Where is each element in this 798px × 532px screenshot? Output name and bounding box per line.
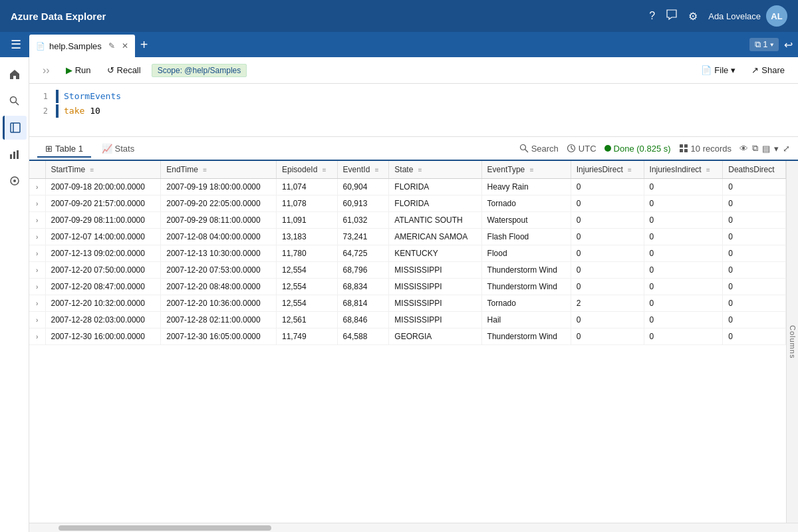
recall-icon: ↺ bbox=[107, 65, 114, 75]
tab-edit-icon[interactable]: ✎ bbox=[108, 41, 115, 51]
cell-eventtype: Heavy Rain bbox=[481, 179, 571, 196]
cell-injuriesindirect: 0 bbox=[644, 329, 723, 345]
cell-injuriesindirect: 0 bbox=[644, 245, 723, 262]
editor[interactable]: 1 StormEvents 2 take 10 bbox=[29, 84, 798, 137]
result-tab-table[interactable]: ⊞ Table 1 bbox=[37, 141, 91, 158]
cell-injuriesdirect: 0 bbox=[571, 212, 644, 229]
col-injuriesindirect[interactable]: InjuriesIndirect ≡ bbox=[644, 161, 723, 179]
table-header-row: StartTime ≡ EndTime ≡ EpisodeId ≡ EventI… bbox=[29, 161, 786, 179]
code-line-2: take 10 bbox=[64, 104, 100, 118]
share-button[interactable]: ↗ Share bbox=[746, 63, 790, 78]
expand-button[interactable]: ›› bbox=[37, 62, 55, 79]
more-icon[interactable]: ▾ bbox=[774, 144, 779, 154]
cell-starttime: 2007-12-20 08:47:00.0000 bbox=[45, 279, 161, 295]
expand-cell[interactable]: › bbox=[29, 245, 45, 262]
share-icon: ↗ bbox=[751, 65, 759, 75]
expand-cell[interactable]: › bbox=[29, 212, 45, 229]
cell-starttime: 2007-12-13 09:02:00.0000 bbox=[45, 245, 161, 262]
feedback-icon[interactable] bbox=[666, 9, 678, 23]
sidebar-circle[interactable] bbox=[3, 169, 27, 193]
scrollbar-thumb[interactable] bbox=[59, 525, 271, 531]
records-label: 10 records bbox=[691, 144, 732, 154]
col-deathsdirect[interactable]: DeathsDirect bbox=[723, 161, 786, 179]
cell-deathsdirect: 0 bbox=[723, 245, 786, 262]
table-row[interactable]: ›2007-09-20 21:57:00.00002007-09-20 22:0… bbox=[29, 196, 786, 212]
file-button[interactable]: 📄 File ▾ bbox=[696, 63, 741, 78]
cell-eventtype: Tornado bbox=[481, 196, 571, 212]
tab-close-icon[interactable]: ✕ bbox=[122, 41, 128, 51]
expand-cell[interactable]: › bbox=[29, 295, 45, 312]
cell-endtime: 2007-12-13 10:30:00.0000 bbox=[161, 245, 277, 262]
table-row[interactable]: ›2007-09-18 20:00:00.00002007-09-19 18:0… bbox=[29, 179, 786, 196]
columns-panel-label[interactable]: Columns bbox=[786, 161, 798, 523]
expand-cell[interactable]: › bbox=[29, 329, 45, 345]
table-row[interactable]: ›2007-12-20 07:50:00.00002007-12-20 07:5… bbox=[29, 262, 786, 279]
expand-cell[interactable]: › bbox=[29, 179, 45, 196]
result-tab-stats[interactable]: 📈 Stats bbox=[94, 141, 142, 158]
table-container[interactable]: StartTime ≡ EndTime ≡ EpisodeId ≡ EventI… bbox=[29, 161, 786, 523]
user-menu[interactable]: Ada Lovelace AL bbox=[708, 5, 787, 27]
new-tab-button[interactable]: + bbox=[135, 32, 154, 57]
cell-state: KENTUCKY bbox=[389, 245, 481, 262]
cell-deathsdirect: 0 bbox=[723, 196, 786, 212]
table-row[interactable]: ›2007-12-30 16:00:00.00002007-12-30 16:0… bbox=[29, 329, 786, 345]
table-row[interactable]: ›2007-12-20 10:32:00.00002007-12-20 10:3… bbox=[29, 295, 786, 312]
utc-toggle[interactable]: UTC bbox=[567, 144, 597, 154]
tab-help-samples[interactable]: 📄 help.Samples ✎ ✕ bbox=[29, 35, 135, 57]
col-starttime[interactable]: StartTime ≡ bbox=[45, 161, 161, 179]
scope-badge[interactable]: Scope: @help/Samples bbox=[152, 64, 247, 77]
table-area: StartTime ≡ EndTime ≡ EpisodeId ≡ EventI… bbox=[29, 161, 798, 523]
results-action-icons: 👁 ⧉ ▤ ▾ ⤢ bbox=[739, 143, 790, 154]
table-row[interactable]: ›2007-12-07 14:00:00.00002007-12-08 04:0… bbox=[29, 229, 786, 245]
table-row[interactable]: ›2007-12-20 08:47:00.00002007-12-20 08:4… bbox=[29, 279, 786, 295]
col-injuriesdirect[interactable]: InjuriesDirect ≡ bbox=[571, 161, 644, 179]
svg-line-10 bbox=[525, 150, 528, 153]
window-count[interactable]: ⧉ 1 ▾ bbox=[749, 38, 779, 51]
expand-results-icon[interactable]: ⤢ bbox=[783, 144, 790, 154]
expand-cell[interactable]: › bbox=[29, 229, 45, 245]
hamburger-menu[interactable]: ☰ bbox=[5, 32, 27, 57]
expand-cell[interactable]: › bbox=[29, 196, 45, 212]
cell-endtime: 2007-12-20 07:53:00.0000 bbox=[161, 262, 277, 279]
window-count-icon: ⧉ bbox=[755, 39, 761, 49]
utc-label: UTC bbox=[579, 144, 597, 154]
recall-button[interactable]: ↺ Recall bbox=[102, 63, 146, 78]
copy-icon[interactable]: ⧉ bbox=[752, 143, 758, 154]
col-endtime[interactable]: EndTime ≡ bbox=[161, 161, 277, 179]
svg-rect-17 bbox=[684, 149, 688, 152]
done-dot bbox=[604, 145, 611, 152]
horizontal-scrollbar[interactable] bbox=[29, 523, 798, 532]
sidebar-active[interactable] bbox=[3, 116, 27, 140]
settings-icon[interactable]: ⚙ bbox=[688, 10, 698, 23]
cell-endtime: 2007-12-08 04:00:00.0000 bbox=[161, 229, 277, 245]
col-eventtype[interactable]: EventType ≡ bbox=[481, 161, 571, 179]
cell-endtime: 2007-12-30 16:05:00.0000 bbox=[161, 329, 277, 345]
sidebar-search[interactable] bbox=[3, 89, 27, 113]
cell-starttime: 2007-12-20 07:50:00.0000 bbox=[45, 262, 161, 279]
eye-icon[interactable]: 👁 bbox=[739, 144, 748, 154]
table-row[interactable]: ›2007-09-29 08:11:00.00002007-09-29 08:1… bbox=[29, 212, 786, 229]
table-row[interactable]: ›2007-12-13 09:02:00.00002007-12-13 10:3… bbox=[29, 245, 786, 262]
search-box[interactable]: Search bbox=[519, 144, 559, 154]
cell-injuriesindirect: 0 bbox=[644, 295, 723, 312]
restore-icon[interactable]: ↩ bbox=[784, 39, 793, 51]
col-episodeid[interactable]: EpisodeId ≡ bbox=[277, 161, 338, 179]
cell-injuriesindirect: 0 bbox=[644, 262, 723, 279]
cell-deathsdirect: 0 bbox=[723, 179, 786, 196]
help-icon[interactable]: ? bbox=[649, 10, 655, 22]
cell-state: GEORGIA bbox=[389, 329, 481, 345]
cell-episodeid: 11,091 bbox=[277, 212, 338, 229]
col-state[interactable]: State ≡ bbox=[389, 161, 481, 179]
cell-injuriesindirect: 0 bbox=[644, 212, 723, 229]
expand-cell[interactable]: › bbox=[29, 312, 45, 329]
col-eventid[interactable]: EventId ≡ bbox=[337, 161, 389, 179]
code-keyword: take bbox=[64, 106, 84, 116]
recall-label: Recall bbox=[117, 65, 141, 75]
layout-icon[interactable]: ▤ bbox=[762, 144, 770, 154]
run-button[interactable]: ▶ Run bbox=[61, 63, 96, 78]
sidebar-home[interactable] bbox=[3, 63, 27, 86]
sidebar-charts[interactable] bbox=[3, 142, 27, 166]
expand-cell[interactable]: › bbox=[29, 279, 45, 295]
expand-cell[interactable]: › bbox=[29, 262, 45, 279]
table-row[interactable]: ›2007-12-28 02:03:00.00002007-12-28 02:1… bbox=[29, 312, 786, 329]
